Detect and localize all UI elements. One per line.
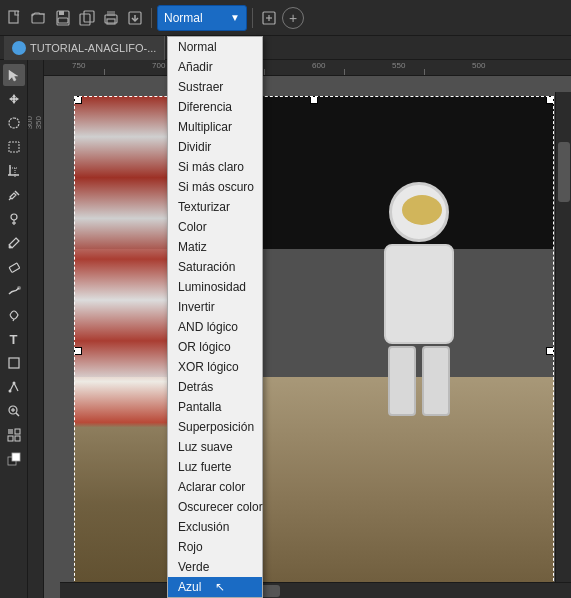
blend-detras[interactable]: Detrás xyxy=(168,377,262,397)
blend-xor-logico[interactable]: XOR lógico xyxy=(168,357,262,377)
color-swatches-btn[interactable] xyxy=(3,448,25,470)
svg-rect-9 xyxy=(107,11,115,16)
svg-line-39 xyxy=(16,413,19,416)
print-icon[interactable] xyxy=(100,7,122,29)
svg-rect-42 xyxy=(8,429,13,434)
blend-aclarar-color[interactable]: Aclarar color xyxy=(168,477,262,497)
text-tool-btn[interactable]: T xyxy=(3,328,25,350)
blend-multiplicar[interactable]: Multiplicar xyxy=(168,117,262,137)
blend-si-mas-oscuro[interactable]: Si más oscuro xyxy=(168,177,262,197)
blend-luz-suave[interactable]: Luz suave xyxy=(168,437,262,457)
grid-tool-btn[interactable] xyxy=(3,424,25,446)
marquee-tool-btn[interactable] xyxy=(3,136,25,158)
astronaut-helmet xyxy=(389,182,449,242)
crop-tool-btn[interactable] xyxy=(3,160,25,182)
astronaut-leg-right xyxy=(422,346,450,416)
blend-normal[interactable]: Normal xyxy=(168,37,262,57)
svg-point-28 xyxy=(11,214,17,220)
ruler-mark-700: 700 xyxy=(152,61,165,70)
blend-azul[interactable]: Azul ↖ xyxy=(168,577,262,597)
document-tab[interactable]: TUTORIAL-ANAGLIFO-... xyxy=(4,36,165,60)
open-file-icon[interactable] xyxy=(28,7,50,29)
blend-pantalla[interactable]: Pantalla xyxy=(168,397,262,417)
new-file-icon[interactable] xyxy=(4,7,26,29)
svg-rect-35 xyxy=(9,358,19,368)
blend-and-logico[interactable]: AND lógico xyxy=(168,317,262,337)
svg-rect-0 xyxy=(9,11,18,23)
svg-point-36 xyxy=(12,382,15,385)
select-tool-btn[interactable] xyxy=(3,64,25,86)
svg-line-1 xyxy=(18,11,19,12)
eyedropper-tool-btn[interactable] xyxy=(3,184,25,206)
main-area: T 750 700 650 xyxy=(0,60,571,598)
blend-oscurecer-color[interactable]: Oscurecer color xyxy=(168,497,262,517)
top-toolbar: Normal ▼ + xyxy=(0,0,571,36)
brush-tool-btn[interactable] xyxy=(3,232,25,254)
move-tool-btn[interactable] xyxy=(3,88,25,110)
pen-tool-btn[interactable] xyxy=(3,376,25,398)
blend-rojo[interactable]: Rojo xyxy=(168,537,262,557)
clone-tool-btn[interactable] xyxy=(3,208,25,230)
ruler-mark-300: 300 xyxy=(28,116,34,129)
moon-image xyxy=(74,96,554,598)
blend-saturacion[interactable]: Saturación xyxy=(168,257,262,277)
blend-si-mas-claro[interactable]: Si más claro xyxy=(168,157,262,177)
right-scrollbar-thumb[interactable] xyxy=(558,142,570,202)
horizontal-ruler: 750 700 650 600 550 500 xyxy=(28,60,571,76)
tab-bar: TUTORIAL-ANAGLIFO-... xyxy=(0,36,571,60)
canvas-content xyxy=(44,76,571,598)
save-icon[interactable] xyxy=(52,7,74,29)
blend-sustraer[interactable]: Sustraer xyxy=(168,77,262,97)
eraser-tool-btn[interactable] xyxy=(3,256,25,278)
svg-rect-45 xyxy=(15,436,20,441)
blend-luminosidad[interactable]: Luminosidad xyxy=(168,277,262,297)
blend-dividir[interactable]: Dividir xyxy=(168,137,262,157)
svg-rect-5 xyxy=(58,18,68,23)
blend-mode-label: Normal xyxy=(164,11,203,25)
separator-1 xyxy=(151,8,152,28)
svg-marker-18 xyxy=(12,101,16,104)
blend-verde[interactable]: Verde xyxy=(168,557,262,577)
ruler-mark-350: 350 xyxy=(34,96,43,129)
export-icon[interactable] xyxy=(124,7,146,29)
blend-or-logico[interactable]: OR lógico xyxy=(168,337,262,357)
blend-diferencia[interactable]: Diferencia xyxy=(168,97,262,117)
svg-rect-32 xyxy=(9,263,20,273)
dodge-tool-btn[interactable] xyxy=(3,304,25,326)
svg-point-33 xyxy=(17,286,21,290)
blend-anadir[interactable]: Añadir xyxy=(168,57,262,77)
selection-handle-ml[interactable] xyxy=(74,347,82,355)
shape-tool-btn[interactable] xyxy=(3,352,25,374)
blend-superposicion[interactable]: Superposición xyxy=(168,417,262,437)
blend-luz-fuerte[interactable]: Luz fuerte xyxy=(168,457,262,477)
svg-rect-4 xyxy=(59,11,64,15)
zoom-tool-btn[interactable] xyxy=(3,400,25,422)
ruler-mark-600: 600 xyxy=(312,61,325,70)
lasso-tool-btn[interactable] xyxy=(3,112,25,134)
right-scrollbar[interactable] xyxy=(555,92,571,582)
astronaut-body xyxy=(384,244,454,344)
zoom-fit-icon[interactable] xyxy=(258,7,280,29)
add-circle-btn[interactable]: + xyxy=(282,7,304,29)
svg-point-31 xyxy=(8,246,11,249)
blend-color[interactable]: Color xyxy=(168,217,262,237)
ruler-mark-550: 550 xyxy=(392,61,405,70)
cursor-indicator: ↖ xyxy=(215,580,225,594)
bottom-scrollbar[interactable] xyxy=(60,582,571,598)
duplicate-icon[interactable] xyxy=(76,7,98,29)
blend-mode-menu: Normal Añadir Sustraer Diferencia Multip… xyxy=(167,36,263,598)
smudge-tool-btn[interactable] xyxy=(3,280,25,302)
blend-matiz[interactable]: Matiz xyxy=(168,237,262,257)
selection-handle-mr[interactable] xyxy=(546,347,554,355)
blend-texturizar[interactable]: Texturizar xyxy=(168,197,262,217)
separator-2 xyxy=(252,8,253,28)
svg-marker-20 xyxy=(16,97,19,101)
blend-invertir[interactable]: Invertir xyxy=(168,297,262,317)
blend-mode-dropdown[interactable]: Normal ▼ xyxy=(157,5,247,31)
blend-exclusion[interactable]: Exclusión xyxy=(168,517,262,537)
selection-handle-tl[interactable] xyxy=(74,96,82,104)
selection-handle-tm[interactable] xyxy=(310,96,318,104)
left-toolbar: T xyxy=(0,60,28,598)
selection-handle-tr[interactable] xyxy=(546,96,554,104)
canvas-area: 750 700 650 600 550 500 350 300 250 200 … xyxy=(28,60,571,598)
